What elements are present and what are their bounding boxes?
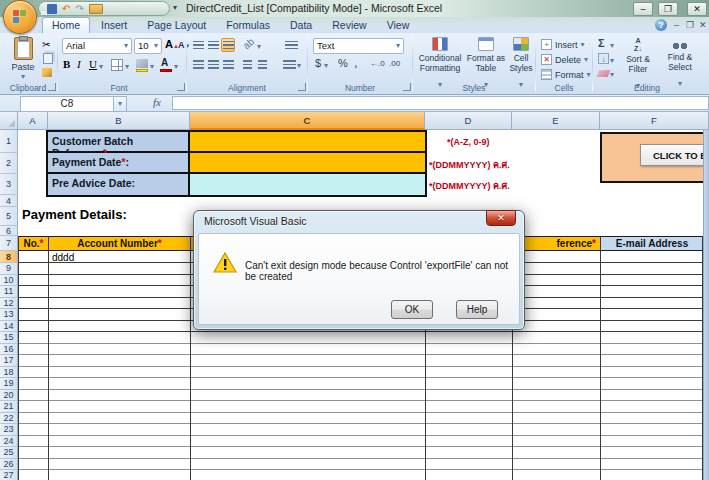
font-color-icon[interactable]: A	[161, 57, 168, 68]
vertical-scrollbar[interactable]	[703, 130, 709, 480]
row-header-22[interactable]: 22	[0, 413, 18, 425]
percent-format-button[interactable]: %	[338, 57, 348, 69]
row-header-6[interactable]: 6	[0, 226, 18, 236]
fill-color-dropdown-icon[interactable]: ▾	[150, 62, 154, 71]
autosum-button[interactable]: Σ	[598, 37, 605, 49]
close-button[interactable]: ✕	[687, 2, 707, 16]
merge-dropdown-icon[interactable]: ▾	[297, 61, 301, 70]
save-icon[interactable]	[47, 4, 57, 14]
align-middle-button[interactable]	[206, 38, 220, 52]
comma-format-button[interactable]: ,	[354, 55, 358, 70]
row-header-18[interactable]: 18	[0, 367, 18, 379]
row-header-5[interactable]: 5	[0, 207, 18, 226]
font-family-select[interactable]: Arial▾	[62, 38, 132, 54]
font-size-select[interactable]: 10▾	[134, 38, 162, 54]
autosum-dropdown-icon[interactable]: ▾	[610, 41, 614, 50]
row-header-8[interactable]: 8	[0, 251, 18, 263]
row-header-12[interactable]: 12	[0, 298, 18, 310]
qat-customize-icon[interactable]: ▾	[173, 3, 177, 12]
merge-center-button[interactable]	[282, 57, 296, 71]
restore-button[interactable]: ❐	[658, 2, 678, 16]
name-box-dropdown-icon[interactable]: ▾	[113, 96, 127, 112]
align-right-button[interactable]	[221, 57, 235, 71]
row-header-14[interactable]: 14	[0, 321, 18, 333]
ok-button[interactable]: OK	[391, 300, 433, 319]
align-top-button[interactable]	[191, 38, 205, 52]
column-header-c[interactable]: C	[190, 112, 425, 130]
fill-icon[interactable]: ↓	[598, 53, 609, 64]
wrap-text-button[interactable]	[284, 38, 298, 52]
font-color-dropdown-icon[interactable]: ▾	[174, 62, 178, 71]
row-header-4[interactable]: 4	[0, 195, 18, 207]
format-painter-icon[interactable]	[42, 68, 52, 77]
tab-formulas[interactable]: Formulas	[217, 17, 279, 33]
increase-indent-button[interactable]	[255, 57, 269, 71]
column-header-a[interactable]: A	[18, 112, 48, 130]
increase-decimal-button[interactable]: ←.0	[370, 59, 385, 68]
delete-cells-button[interactable]: ✕ Delete▾	[541, 54, 588, 65]
decrease-indent-button[interactable]	[240, 57, 254, 71]
office-button[interactable]	[3, 0, 37, 34]
column-header-b[interactable]: B	[48, 112, 190, 130]
tab-view[interactable]: View	[378, 17, 419, 33]
formula-input[interactable]	[172, 96, 709, 110]
currency-dropdown-icon[interactable]: ▾	[324, 61, 328, 70]
form-input-cell[interactable]	[190, 132, 425, 153]
row-header-2[interactable]: 2	[0, 153, 18, 174]
help-icon[interactable]: ?	[655, 19, 667, 31]
font-dialog-launcher-icon[interactable]	[177, 83, 185, 91]
underline-dropdown-icon[interactable]: ▾	[99, 62, 103, 71]
export-button[interactable]: CLICK TO EXI	[640, 144, 709, 166]
redo-icon[interactable]: ↷	[75, 4, 83, 14]
workbook-minimize-icon[interactable]: –	[674, 20, 679, 30]
row-header-17[interactable]: 17	[0, 355, 18, 367]
row-header-24[interactable]: 24	[0, 436, 18, 448]
row-header-20[interactable]: 20	[0, 390, 18, 402]
paste-dropdown-icon[interactable]: ▾	[8, 72, 38, 81]
row-header-9[interactable]: 9	[0, 263, 18, 275]
form-input-cell[interactable]	[190, 153, 425, 174]
tab-review[interactable]: Review	[323, 17, 375, 33]
format-cells-button[interactable]: Format▾	[541, 69, 591, 80]
underline-button[interactable]: U	[89, 58, 97, 70]
orientation-icon[interactable]: ab	[241, 36, 257, 52]
grow-font-button[interactable]: A▲	[165, 38, 179, 50]
column-header-f[interactable]: F	[600, 112, 709, 130]
clipboard-dialog-launcher-icon[interactable]	[48, 83, 56, 91]
fill-dropdown-icon[interactable]: ▾	[610, 56, 614, 65]
row-header-27[interactable]: 27	[0, 470, 18, 480]
workbook-close-icon[interactable]: ✕	[699, 20, 707, 30]
insert-function-icon[interactable]: fx	[153, 96, 161, 108]
currency-format-button[interactable]: $	[315, 57, 321, 69]
tab-insert[interactable]: Insert	[92, 17, 136, 33]
workbook-restore-icon[interactable]: ❐	[686, 20, 694, 30]
column-header-e[interactable]: E	[512, 112, 600, 130]
align-left-button[interactable]	[191, 57, 205, 71]
clear-icon[interactable]	[597, 70, 611, 77]
tab-page-layout[interactable]: Page Layout	[138, 17, 215, 33]
row-header-11[interactable]: 11	[0, 286, 18, 298]
shrink-font-button[interactable]: A▼	[178, 40, 190, 50]
row-header-13[interactable]: 13	[0, 309, 18, 321]
row-header-19[interactable]: 19	[0, 378, 18, 390]
table-header-cell[interactable]: Account Number*	[48, 236, 191, 251]
paste-button[interactable]: Paste ▾	[8, 37, 38, 81]
alignment-dialog-launcher-icon[interactable]	[298, 83, 306, 91]
row-header-7[interactable]: 7	[0, 236, 18, 251]
dialog-close-button[interactable]: ✕	[486, 210, 516, 226]
borders-dropdown-icon[interactable]: ▾	[125, 62, 129, 71]
minimize-button[interactable]: –	[633, 2, 653, 16]
align-bottom-button[interactable]	[221, 38, 235, 52]
row-header-1[interactable]: 1	[0, 130, 18, 153]
column-header-d[interactable]: D	[425, 112, 512, 130]
row-header-25[interactable]: 25	[0, 447, 18, 459]
decrease-decimal-button[interactable]: .00	[389, 59, 400, 68]
fill-color-icon[interactable]	[136, 59, 148, 68]
row-header-21[interactable]: 21	[0, 401, 18, 413]
italic-button[interactable]: I	[77, 58, 81, 70]
align-center-button[interactable]	[206, 57, 220, 71]
row-header-26[interactable]: 26	[0, 459, 18, 471]
row-header-15[interactable]: 15	[0, 332, 18, 344]
form-input-cell[interactable]	[190, 174, 425, 195]
orientation-dropdown-icon[interactable]: ▾	[257, 42, 261, 51]
